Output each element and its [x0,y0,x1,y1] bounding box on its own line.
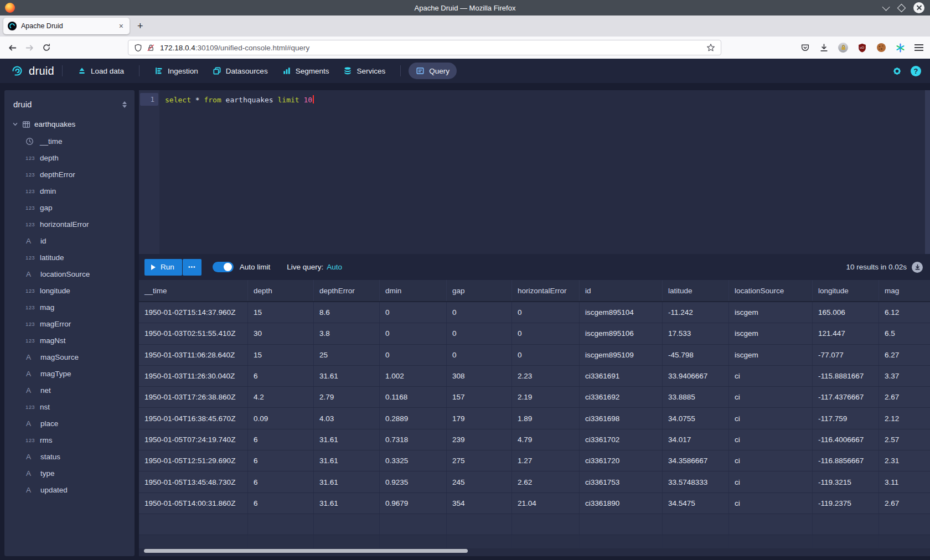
pocket-icon[interactable] [800,43,810,53]
horizontal-scrollbar[interactable] [144,549,468,553]
druid-logo[interactable]: druid [10,64,54,78]
sidebar-column-id[interactable]: Aid [4,232,135,249]
empty-cell [813,514,879,535]
sidebar-column-magSource[interactable]: AmagSource [4,349,135,365]
segments-icon [282,66,291,75]
sidebar-column-nst[interactable]: 123nst [4,398,135,415]
sidebar-column-magNst[interactable]: 123magNst [4,332,135,349]
nav-item-ingestion[interactable]: Ingestion [147,63,205,79]
column-header-dmin[interactable]: dmin [380,280,447,301]
sidebar-column-type[interactable]: Atype [4,465,135,481]
table-cell: -45.798 [663,345,729,365]
window-title: Apache Druid — Mozilla Firefox [0,4,930,12]
sidebar-column-place[interactable]: Aplace [4,415,135,432]
column-header-locationSource[interactable]: locationSource [729,280,813,301]
sidebar-column-status[interactable]: Astatus [4,448,135,465]
new-tab-button[interactable]: + [137,20,143,32]
column-header-id[interactable]: id [580,280,663,301]
table-row: 1950-01-03T02:51:55.410Z303.8000iscgem89… [139,323,930,344]
auto-limit-toggle[interactable] [213,262,234,272]
sidebar-column-net[interactable]: Anet [4,382,135,398]
tab-close-icon[interactable]: × [117,21,125,31]
nav-item-label: Ingestion [168,67,198,75]
time-type-icon [25,137,40,146]
sidebar-column-depth[interactable]: 123depth [4,149,135,166]
sidebar-column-mag[interactable]: 123mag [4,299,135,315]
sidebar-column-horizontalError[interactable]: 123horizontalError [4,216,135,232]
column-label: gap [40,204,53,212]
ublock-origin-icon[interactable]: uO [857,43,867,53]
column-header-depth[interactable]: depth [248,280,314,301]
nav-item-services[interactable]: Services [336,63,392,79]
table-cell: ci3361691 [580,366,663,386]
number-type-icon: 123 [25,321,40,327]
window-titlebar[interactable]: Apache Druid — Mozilla Firefox [0,0,930,15]
column-header-time[interactable]: __time [139,280,248,301]
sidebar-item-earthquakes[interactable]: earthquakes [4,116,135,133]
tab-apache-druid[interactable]: Apache Druid × [3,18,130,34]
sidebar-column-locationSource[interactable]: AlocationSource [4,266,135,282]
table-cell: 0.9679 [380,493,447,514]
url-text[interactable]: 172.18.0.4:30109/unified-console.html#qu… [160,44,706,52]
sidebar-column-latitude[interactable]: 123latitude [4,249,135,266]
help-icon[interactable]: ? [911,66,921,76]
sidebar-column-updated[interactable]: Aupdated [4,481,135,498]
sql-token: select [165,96,195,104]
download-results-icon[interactable] [912,262,923,273]
column-header-horizontalError[interactable]: horizontalError [512,280,580,301]
sidebar-column-gap[interactable]: 123gap [4,199,135,216]
shield-icon[interactable] [134,44,142,52]
column-header-longitude[interactable]: longitude [813,280,879,301]
editor-scrollbar[interactable] [925,90,930,254]
forward-icon[interactable] [25,43,34,53]
live-query-value[interactable]: Auto [327,263,342,271]
empty-cell [663,535,729,548]
column-label: locationSource [40,270,90,278]
nav-item-load-data[interactable]: Load data [70,63,131,79]
back-icon[interactable] [8,43,17,53]
sidebar-column-time[interactable]: __time [4,133,135,149]
table-cell: 6 [248,450,314,471]
empty-cell [879,514,930,535]
nav-item-query[interactable]: Query [409,63,457,79]
table-cell: 121.447 [813,323,879,344]
sidebar-column-dmin[interactable]: 123dmin [4,183,135,199]
table-cell: -116.8856667 [813,450,879,471]
insecure-lock-icon[interactable] [147,44,155,52]
run-button[interactable]: Run [144,259,182,276]
url-bar[interactable]: 172.18.0.4:30109/unified-console.html#qu… [128,40,721,55]
asterisk-extension-icon[interactable] [896,43,905,53]
column-header-depthError[interactable]: depthError [314,280,380,301]
downloads-icon[interactable] [819,43,829,53]
run-more-button[interactable]: ••• [183,259,202,276]
menu-icon[interactable] [914,44,923,51]
window-close-icon[interactable] [913,2,924,13]
sidebar-column-rms[interactable]: 123rms [4,432,135,448]
column-label: type [40,469,55,478]
nav-item-datasources[interactable]: Datasources [205,63,275,79]
sidebar-column-magError[interactable]: 123magError [4,315,135,332]
number-type-icon: 123 [25,188,40,194]
number-type-icon: 123 [25,288,40,294]
sql-editor[interactable]: 1 select * from earthquakes limit 10 [139,90,930,254]
table-cell: 31.61 [314,450,380,471]
bookmark-star-icon[interactable] [706,43,715,52]
table-cell: 33.9406667 [663,366,729,386]
sidebar-column-magType[interactable]: AmagType [4,365,135,382]
nav-item-segments[interactable]: Segments [275,63,337,79]
sort-double-caret-icon[interactable] [122,101,127,108]
column-header-gap[interactable]: gap [447,280,512,301]
column-header-mag[interactable]: mag [879,280,930,301]
gear-icon[interactable] [892,66,902,76]
nav-item-label: Query [429,67,450,75]
chevron-down-icon[interactable] [12,121,22,127]
reload-icon[interactable] [42,43,51,52]
sidebar-column-longitude[interactable]: 123longitude [4,282,135,299]
column-header-latitude[interactable]: latitude [663,280,729,301]
string-type-icon: A [25,270,40,278]
privacy-extension-icon[interactable] [838,43,848,53]
sql-text[interactable]: select * from earthquakes limit 10 [165,95,314,104]
sidebar-column-depthError[interactable]: 123depthError [4,166,135,183]
cookie-extension-icon[interactable] [876,43,886,53]
window-maximize-icon[interactable] [897,3,906,12]
